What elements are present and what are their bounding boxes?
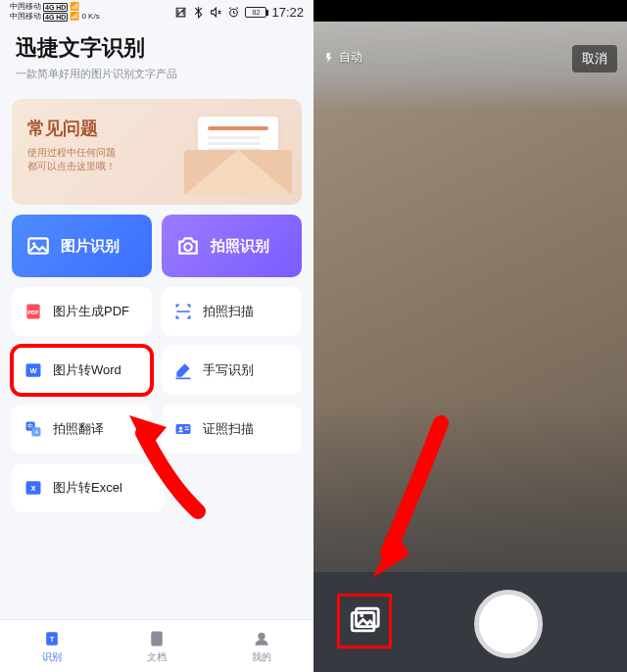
svg-rect-1 — [28, 238, 48, 253]
label: 手写识别 — [203, 361, 254, 379]
word-icon: W — [24, 360, 43, 380]
translate-icon: 中A — [24, 419, 43, 439]
label: 我的 — [252, 650, 271, 664]
status-time: 17:22 — [271, 5, 304, 20]
camera-screen-right: 自动 取消 — [314, 0, 627, 672]
label: 拍照翻译 — [53, 420, 104, 438]
label: 识别 — [42, 650, 62, 664]
status-left: 中国移动 4G HD 📶 中国移动 4G HD 📶 0 K/s — [10, 3, 100, 22]
label: 拍照扫描 — [203, 303, 254, 320]
scan-icon — [173, 302, 193, 321]
bluetooth-icon — [192, 6, 205, 19]
svg-point-3 — [184, 243, 192, 251]
camera-icon — [175, 233, 201, 259]
nav-docs[interactable]: 文档 — [105, 620, 210, 672]
pdf-icon: PDF — [24, 302, 43, 321]
status-bar: 中国移动 4G HD 📶 中国移动 4G HD 📶 0 K/s 82 17:22 — [0, 0, 314, 24]
flash-mode-button[interactable]: 自动 — [323, 49, 362, 66]
status-right: 82 17:22 — [174, 5, 304, 20]
image-ocr-button[interactable]: 图片识别 — [12, 215, 152, 277]
gallery-button[interactable] — [341, 598, 388, 645]
excel-icon: X — [24, 478, 43, 498]
svg-rect-14 — [185, 427, 189, 428]
svg-rect-15 — [185, 429, 189, 430]
cancel-button[interactable]: 取消 — [572, 45, 617, 72]
docs-tab-icon — [147, 629, 167, 648]
svg-text:中: 中 — [27, 423, 33, 429]
cancel-label: 取消 — [582, 51, 607, 66]
svg-text:A: A — [34, 429, 38, 435]
handwrite-ocr-button[interactable]: 手写识别 — [162, 346, 302, 395]
nav-ocr[interactable]: T 识别 — [0, 620, 105, 672]
page-title: 迅捷文字识别 — [16, 33, 298, 63]
image-to-word-button[interactable]: W 图片转Word — [12, 346, 152, 395]
svg-point-25 — [360, 613, 363, 617]
photo-scan-button[interactable]: 拍照扫描 — [162, 287, 302, 336]
label: 文档 — [147, 650, 167, 664]
app-screen-left: 中国移动 4G HD 📶 中国移动 4G HD 📶 0 K/s 82 17:22… — [0, 0, 314, 672]
svg-point-21 — [259, 633, 265, 639]
profile-tab-icon — [252, 629, 271, 648]
bottom-nav: T 识别 文档 我的 — [0, 619, 314, 672]
shutter-button[interactable] — [474, 590, 543, 658]
label: 证照扫描 — [203, 420, 254, 438]
nav-me[interactable]: 我的 — [209, 620, 314, 672]
image-ocr-label: 图片识别 — [61, 237, 120, 256]
photo-translate-button[interactable]: 中A 拍照翻译 — [12, 405, 152, 454]
label: 图片转Excel — [53, 479, 122, 497]
picture-icon — [25, 233, 51, 259]
svg-text:W: W — [29, 366, 37, 375]
svg-text:PDF: PDF — [27, 310, 39, 315]
svg-text:X: X — [30, 484, 35, 493]
nfc-icon — [174, 6, 187, 19]
battery-icon: 82 — [245, 7, 266, 18]
flash-icon — [323, 52, 335, 64]
label: 图片转Word — [53, 361, 121, 379]
page-subtitle: 一款简单好用的图片识别文字产品 — [16, 67, 298, 81]
mute-icon — [210, 6, 222, 19]
idcard-icon — [173, 419, 193, 439]
gallery-icon — [348, 604, 381, 638]
ocr-tab-icon: T — [42, 629, 62, 648]
photo-ocr-button[interactable]: 拍照识别 — [162, 215, 302, 277]
alarm-icon — [227, 6, 240, 19]
flash-label: 自动 — [339, 49, 362, 66]
idcard-scan-button[interactable]: 证照扫描 — [162, 405, 302, 454]
svg-text:T: T — [50, 635, 55, 644]
image-to-excel-button[interactable]: X 图片转Excel — [12, 463, 164, 512]
label: 图片生成PDF — [53, 303, 129, 320]
faq-card[interactable]: 常见问题 使用过程中任何问题都可以点击这里哦！ — [12, 99, 302, 205]
envelope-icon — [184, 117, 292, 195]
pen-icon — [173, 360, 193, 380]
image-to-pdf-button[interactable]: PDF 图片生成PDF — [12, 287, 152, 336]
photo-ocr-label: 拍照识别 — [211, 237, 269, 256]
svg-point-13 — [179, 427, 182, 430]
status-bar-dark — [314, 0, 627, 22]
